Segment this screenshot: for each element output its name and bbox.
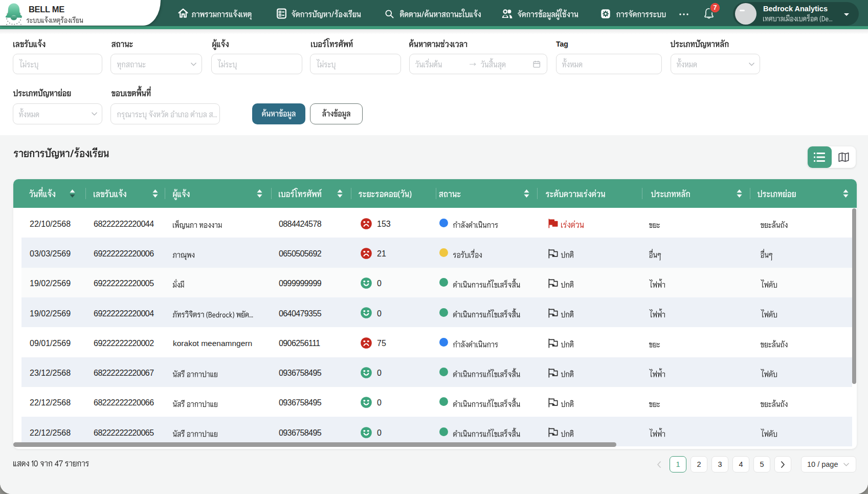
svg-text:7: 7 [713,4,717,11]
